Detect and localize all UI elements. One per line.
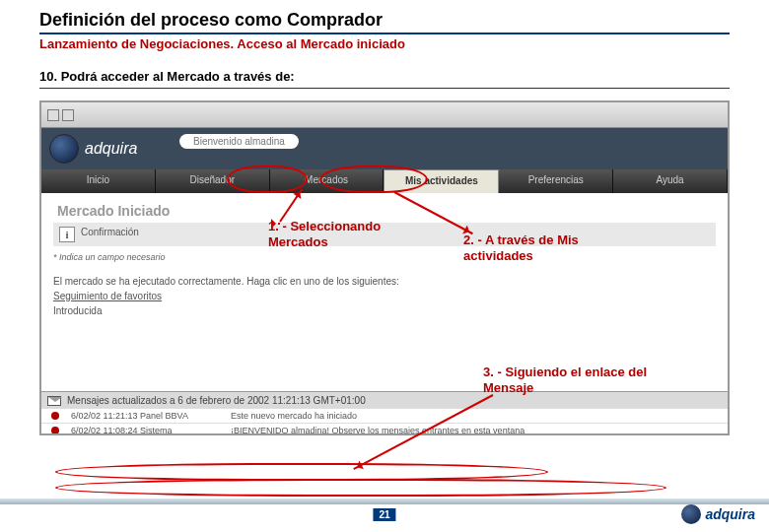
- nav-ayuda[interactable]: Ayuda: [613, 169, 728, 193]
- favorites-link[interactable]: Seguimiento de favoritos: [53, 291, 162, 301]
- arrow-icon: [278, 223, 280, 225]
- annotation-3: 3. - Siguiendo el enlace del Mensaje: [483, 365, 651, 395]
- envelope-icon: [47, 396, 61, 406]
- footer: 21 adquira: [0, 499, 769, 532]
- annotation-1: 1. - Seleccionando Mercados: [268, 219, 416, 249]
- bullet-icon: [51, 412, 59, 420]
- message-row[interactable]: 6/02/02 11:21:13 Panel BBVA Este nuevo m…: [41, 408, 728, 423]
- message-row[interactable]: 6/02/02 11:08:24 Sistema ¡BIENVENIDO alm…: [41, 423, 728, 435]
- body-text: El mercado se ha ejecutado correctamente…: [53, 274, 716, 318]
- annotation-2: 2. - A través de Mis actividades: [463, 233, 641, 263]
- confirmation-label: Confirmación: [81, 227, 179, 237]
- page-subtitle: Lanzamiento de Negociaciones. Acceso al …: [39, 36, 730, 51]
- footer-divider: [0, 499, 769, 504]
- page-title: Definición del proceso como Comprador: [39, 10, 730, 34]
- bullet-icon: [51, 427, 59, 434]
- nav-mercados[interactable]: Mercados: [270, 169, 384, 193]
- globe-icon: [49, 134, 79, 164]
- globe-icon: [681, 504, 701, 524]
- body-line: El mercado se ha ejecutado correctamente…: [53, 276, 399, 287]
- message-text: ¡BIENVENIDO almadina! Observe los mensaj…: [231, 426, 718, 435]
- app-logo-text: adquira: [85, 140, 137, 158]
- app-header: adquira Bienvenido almadina: [41, 128, 728, 169]
- nav-mis-actividades[interactable]: Mis actividades: [384, 169, 499, 193]
- annotation-circle: [55, 463, 548, 481]
- messages-strip-text: Mensajes actualizados a 6 de febrero de …: [67, 395, 366, 406]
- footer-logo-text: adquira: [705, 506, 755, 522]
- message-meta: 6/02/02 11:08:24 Sistema: [71, 426, 219, 435]
- nav-preferencias[interactable]: Preferencias: [499, 169, 613, 193]
- body-tail: Introducida: [53, 305, 102, 316]
- nav-inicio[interactable]: Inicio: [41, 169, 156, 193]
- nav-bar: Inicio Diseñador Mercados Mis actividade…: [41, 169, 728, 193]
- message-text: Este nuevo mercado ha iniciado: [231, 411, 718, 421]
- section-title: Mercado Iniciado: [57, 203, 716, 219]
- annotation-circle: [55, 479, 666, 497]
- window-control-icon[interactable]: [47, 109, 59, 121]
- step-line: 10. Podrá acceder al Mercado a través de…: [39, 69, 730, 89]
- footer-logo: adquira: [681, 504, 755, 524]
- info-icon: i: [59, 227, 75, 242]
- welcome-bar: Bienvenido almadina: [179, 134, 299, 149]
- window-control-icon[interactable]: [62, 109, 74, 121]
- page-number: 21: [373, 508, 395, 521]
- messages-list: 6/02/02 11:21:13 Panel BBVA Este nuevo m…: [41, 408, 728, 435]
- window-titlebar: [41, 102, 728, 128]
- nav-disenador[interactable]: Diseñador: [156, 169, 270, 193]
- message-meta: 6/02/02 11:21:13 Panel BBVA: [71, 411, 219, 421]
